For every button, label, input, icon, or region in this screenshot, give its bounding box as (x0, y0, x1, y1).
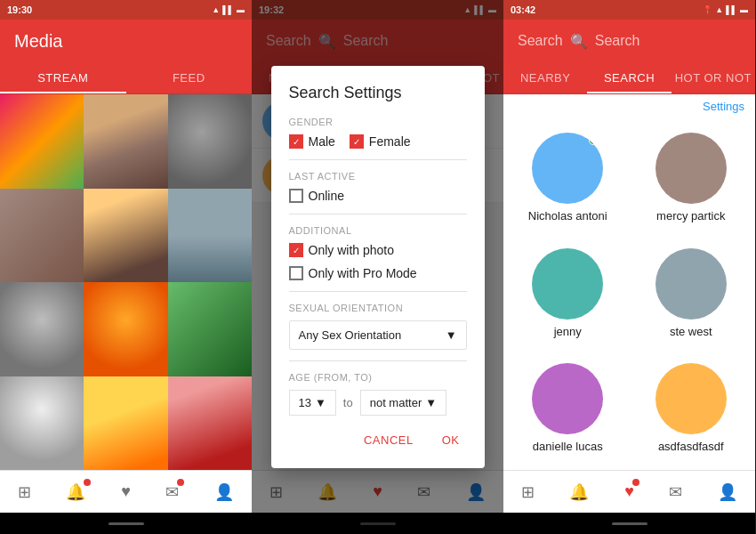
media-cell-4[interactable] (0, 189, 84, 283)
home-bar-1 (0, 513, 252, 534)
online-checkbox-item[interactable]: Online (289, 189, 344, 203)
bottom-nav-3: ⊞ 🔔 ♥ ✉ 👤 (503, 470, 755, 513)
promode-checkbox-item[interactable]: Only with Pro Mode (289, 266, 417, 280)
messages-badge (177, 479, 184, 486)
user-avatar-1 (532, 133, 603, 204)
media-cell-5[interactable] (84, 189, 167, 283)
nav-grid-3[interactable]: ⊞ (521, 482, 535, 502)
female-checkbox-item[interactable]: ✓ Female (350, 134, 411, 149)
bottom-nav-1: ⊞ 🔔 ♥ ✉ 👤 (0, 470, 252, 513)
user-card-1[interactable]: Nicholas antoni (507, 122, 629, 236)
gender-row: ✓ Male ✓ Female (289, 134, 467, 149)
divider-2 (289, 214, 467, 214)
tab-nearby-3[interactable]: Nearby (503, 62, 587, 93)
age-to-value: not matter (370, 396, 422, 409)
search-bar-3: Search 🔍 Search (518, 33, 741, 50)
cancel-button[interactable]: CANCEL (357, 430, 421, 450)
photo-row: ✓ Only with photo (289, 243, 467, 257)
photo-checkbox[interactable]: ✓ (289, 243, 303, 257)
user-card-3[interactable]: jenny (507, 238, 629, 352)
tab-feed[interactable]: Feed (126, 62, 253, 93)
media-cell-3[interactable] (168, 94, 252, 189)
time-1: 19:30 (7, 4, 32, 15)
online-label: Online (309, 189, 344, 203)
media-cell-6[interactable] (168, 189, 252, 283)
wifi-icon-3: ▲ (715, 5, 723, 14)
media-cell-11[interactable] (84, 376, 167, 471)
female-check-icon: ✓ (353, 137, 360, 147)
online-dot-1 (589, 136, 598, 145)
user-avatar-5 (532, 363, 603, 434)
promode-checkbox[interactable] (289, 266, 303, 280)
ok-button[interactable]: OK (435, 430, 467, 450)
media-cell-12[interactable] (168, 376, 252, 471)
male-checkbox[interactable]: ✓ (289, 134, 303, 149)
user-name-1: Nicholas antoni (528, 209, 607, 222)
user-name-2: mercy partick (656, 209, 725, 222)
age-to-select[interactable]: not matter ▼ (360, 390, 446, 416)
search-settings-modal: Search Settings Gender ✓ Male ✓ (271, 66, 485, 468)
promode-label: Only with Pro Mode (309, 266, 417, 280)
female-label: Female (369, 134, 411, 149)
photo-checkbox-item[interactable]: ✓ Only with photo (289, 243, 395, 257)
nav-grid[interactable]: ⊞ (18, 482, 31, 502)
user-name-3: jenny (554, 325, 582, 338)
media-cell-9[interactable] (168, 282, 252, 376)
online-row: Online (289, 189, 467, 203)
age-from-select[interactable]: 13 ▼ (289, 390, 336, 416)
media-cell-2[interactable] (84, 94, 167, 189)
heart-icon-3: ♥ (624, 482, 634, 501)
tabs-3: Nearby Search Hot or Not (503, 62, 755, 94)
status-bar-1: 19:30 ▲ ▌▌ ▬ (0, 0, 252, 20)
app-title-1: Media (14, 31, 62, 52)
likes-badge-3 (632, 479, 639, 486)
male-checkbox-item[interactable]: ✓ Male (289, 134, 335, 149)
nav-notifications[interactable]: 🔔 (66, 482, 85, 502)
tab-hotornot-3[interactable]: Hot or Not (672, 62, 755, 93)
nav-messages-3[interactable]: ✉ (669, 482, 682, 502)
user-card-5[interactable]: danielle lucas (507, 352, 629, 466)
user-avatar-4 (655, 248, 727, 320)
phone-media: 19:30 ▲ ▌▌ ▬ Media Stream Feed (0, 0, 252, 534)
modal-actions: CANCEL OK (289, 430, 467, 450)
phone-search-results: 03:42 📍 ▲ ▌▌ ▬ Search 🔍 Search Nearby Se… (503, 0, 755, 534)
media-cell-7[interactable] (0, 282, 84, 376)
promode-row: Only with Pro Mode (289, 266, 467, 280)
settings-link[interactable]: Settings (503, 94, 755, 118)
media-cell-1[interactable] (0, 94, 84, 189)
male-check-icon: ✓ (293, 137, 300, 147)
photo-label: Only with photo (309, 243, 395, 257)
nav-notifications-3[interactable]: 🔔 (569, 482, 589, 502)
gender-label: Gender (289, 117, 467, 127)
media-cell-10[interactable] (0, 376, 84, 471)
notification-badge (84, 479, 91, 486)
age-from-chevron-icon: ▼ (315, 396, 326, 409)
nav-profile[interactable]: 👤 (214, 482, 234, 502)
chevron-down-icon: ▼ (446, 328, 457, 342)
user-name-5: danielle lucas (533, 440, 603, 453)
location-icon-3: 📍 (703, 5, 712, 14)
nav-likes[interactable]: ♥ (121, 482, 131, 501)
tab-search-3[interactable]: Search (587, 62, 671, 93)
user-card-6[interactable]: asdfasdfasdf (631, 352, 752, 466)
app-bar-1: Media (0, 20, 252, 62)
orientation-value: Any Sex Orientation (299, 328, 402, 342)
user-name-4: ste west (670, 325, 712, 338)
tabs-1: Stream Feed (0, 62, 252, 94)
user-card-2[interactable]: mercy partick (631, 122, 752, 236)
age-label: Age (from, to) (289, 372, 467, 383)
user-card-4[interactable]: ste west (631, 238, 752, 352)
nav-profile-3[interactable]: 👤 (718, 482, 737, 502)
signal-icon-3: ▌▌ (726, 5, 737, 14)
media-cell-8[interactable] (84, 282, 167, 376)
tab-stream[interactable]: Stream (0, 62, 126, 93)
orientation-select[interactable]: Any Sex Orientation ▼ (289, 320, 467, 350)
divider-3 (289, 291, 467, 292)
wifi-icon: ▲ (212, 5, 220, 14)
orientation-label: Sexual Orientation (289, 303, 467, 313)
bell-icon-3: 🔔 (569, 482, 589, 502)
nav-likes-3[interactable]: ♥ (624, 482, 634, 501)
nav-messages[interactable]: ✉ (165, 482, 179, 502)
online-checkbox[interactable] (289, 189, 303, 203)
female-checkbox[interactable]: ✓ (350, 134, 364, 149)
